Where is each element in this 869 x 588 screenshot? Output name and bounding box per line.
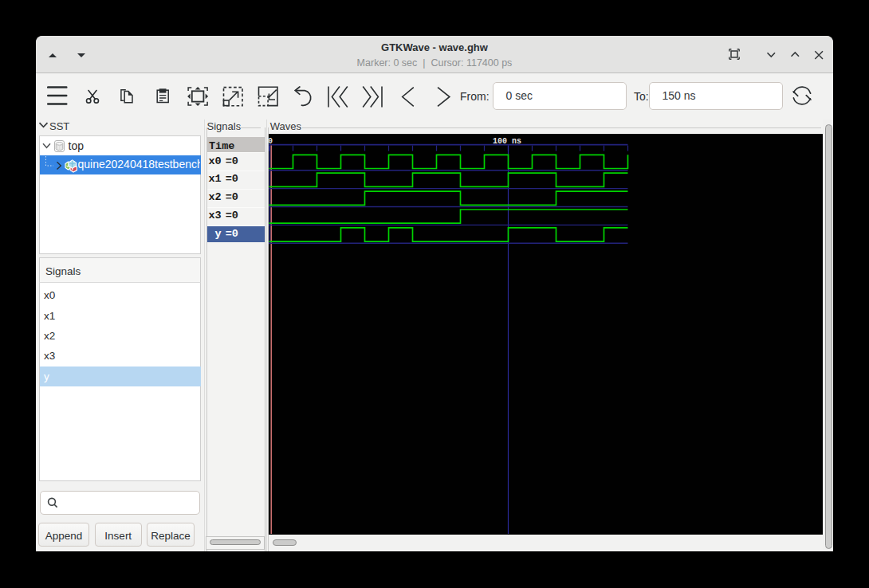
svg-text:100 ns: 100 ns <box>493 137 521 146</box>
svg-text:0: 0 <box>269 137 273 146</box>
